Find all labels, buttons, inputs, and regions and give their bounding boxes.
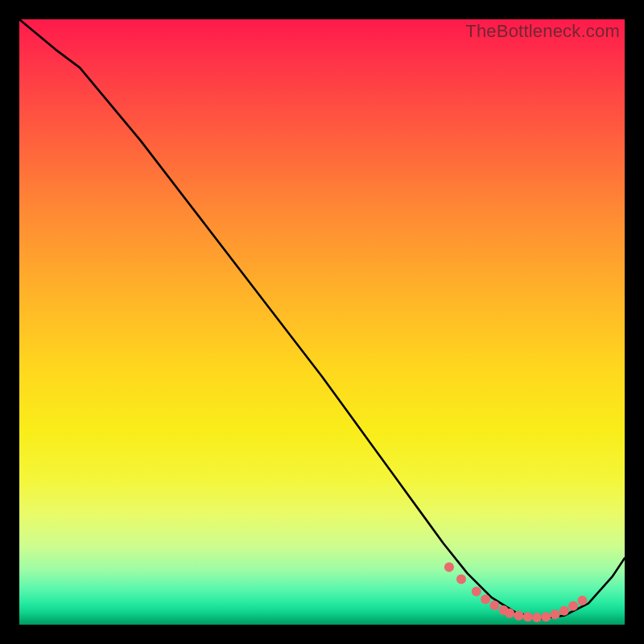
highlight-dot (489, 601, 499, 610)
highlight-dot (568, 601, 578, 611)
highlight-dot (514, 611, 523, 621)
highlight-dot (577, 596, 587, 605)
highlight-dot (523, 612, 533, 621)
highlight-dot (532, 613, 542, 622)
curve-group (19, 19, 625, 618)
highlight-dot (456, 575, 466, 584)
chart-svg (19, 19, 625, 625)
highlight-dot (559, 606, 569, 616)
highlight-dot (505, 609, 514, 618)
highlight-dot (481, 594, 490, 604)
plot-area: TheBottleneck.com (19, 19, 625, 625)
main-curve (19, 19, 625, 618)
highlight-dot (551, 609, 560, 619)
chart-frame: TheBottleneck.com (0, 0, 644, 644)
highlight-dot (472, 587, 481, 597)
highlight-dot (541, 612, 551, 621)
highlight-dot (444, 563, 454, 572)
